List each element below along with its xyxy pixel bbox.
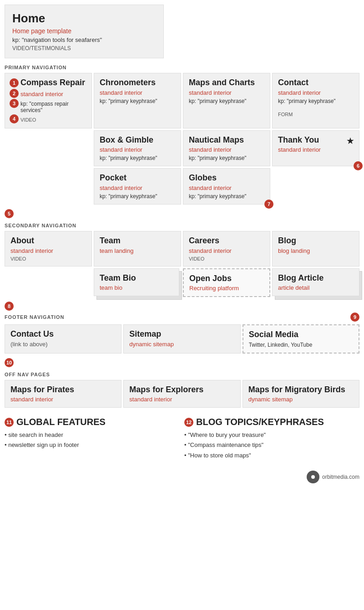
social-subtitle: Twitter, Linkedin, YouTube <box>249 342 353 348</box>
team-bio-title: Team Bio <box>100 273 173 283</box>
box-gimble-title: Box & Gimble <box>100 135 175 145</box>
home-template: Home page template <box>12 27 156 35</box>
box-gimble-kp: kp: "primary keyphrase" <box>100 155 175 161</box>
contact-card: Contact standard interior kp: "primary k… <box>272 73 359 128</box>
team-bio-card: Team Bio team bio <box>94 268 179 297</box>
maps-explorers-card: Maps for Explorers standard interior <box>123 380 240 408</box>
offnav-grid: Maps for Pirates standard interior Maps … <box>5 380 359 408</box>
blog-article-card: Blog Article article detail <box>272 268 359 297</box>
thankyou-subtitle: standard interior <box>278 146 354 153</box>
global-blog-grid: 11 GLOBAL FEATURES • site search in head… <box>5 414 359 463</box>
secondary-nav-section: 5 <box>5 209 359 218</box>
blog-title: Blog <box>278 236 354 246</box>
globes-title: Globes <box>189 173 264 183</box>
footer-nav-header: FOOTER NAVIGATION 9 <box>5 313 359 324</box>
chrono-kp: kp: "primary keyphrase" <box>100 98 175 104</box>
footer-nav-grid: Contact Us (link to above) Sitemap dynam… <box>5 324 359 354</box>
star-icon: ★ <box>346 135 354 146</box>
contact-kp: kp: "primary keyphrase" <box>278 98 354 104</box>
global-col: 11 GLOBAL FEATURES • site search in head… <box>5 414 180 463</box>
compass-meta: VIDEO <box>20 117 36 123</box>
global-list: • site search in header • newsletter sig… <box>5 430 180 450</box>
blog-col: 12 BLOG TOPICS/KEYPHRASES • "Where to bu… <box>184 414 359 463</box>
birds-title: Maps for Migratory Birds <box>248 385 354 395</box>
open-jobs-card: Open Jobs Recruiting platform <box>183 268 270 297</box>
about-card: About standard interior VIDEO <box>5 231 92 267</box>
sitemap-subtitle: dynamic sitemap <box>129 341 234 348</box>
badge-6: 6 <box>354 161 363 170</box>
badge-9: 9 <box>350 313 359 322</box>
maps-charts-subtitle: standard interior <box>189 89 264 96</box>
secondary-nav-row2: Team Bio team bio Open Jobs Recruiting p… <box>5 268 359 297</box>
pocket-kp: kp: "primary keyphrase" <box>100 193 175 200</box>
maps-birds-card: Maps for Migratory Birds dynamic sitemap <box>243 380 359 408</box>
globes-card: Globes standard interior kp: "primary ke… <box>183 168 270 205</box>
chrono-title: Chronometers <box>100 78 175 88</box>
globes-kp: kp: "primary keyphrase" <box>189 193 264 200</box>
careers-subtitle: standard interior <box>189 247 264 254</box>
sitemap-card: Sitemap dynamic sitemap <box>123 324 240 354</box>
home-meta: VIDEO/TESTIMONIALS <box>12 45 156 51</box>
badge-10: 10 <box>5 358 14 367</box>
footer-nav-label: FOOTER NAVIGATION <box>5 314 64 320</box>
blog-article-wrapper: Blog Article article detail <box>272 268 359 297</box>
primary-nav-row3: Pocket standard interior kp: "primary ke… <box>5 168 359 205</box>
maps-charts-kp: kp: "primary keyphrase" <box>189 98 264 104</box>
team-subtitle: team landing <box>100 247 175 254</box>
orbitmedia-label: orbitmedia.com <box>322 474 359 480</box>
nautical-subtitle: standard interior <box>189 146 264 153</box>
explorers-subtitle: standard interior <box>129 396 234 403</box>
careers-title: Careers <box>189 236 264 246</box>
social-title: Social Media <box>249 330 353 340</box>
nautical-maps-card: Nautical Maps standard interior kp: "pri… <box>183 130 270 167</box>
secondary-nav-row1: About standard interior VIDEO Team team … <box>5 231 359 267</box>
blog-topics-title: 12 BLOG TOPICS/KEYPHRASES <box>184 417 359 427</box>
global-title: 11 GLOBAL FEATURES <box>5 417 180 427</box>
open-jobs-title: Open Jobs <box>189 274 264 284</box>
pocket-card: Pocket standard interior kp: "primary ke… <box>94 168 181 205</box>
compass-repair-card: 1 Compass Repair 2 standard interior 3 k… <box>5 73 92 128</box>
contact-form: FORM <box>278 112 354 117</box>
social-media-card: Social Media Twitter, Linkedin, YouTube <box>243 324 359 354</box>
contact-us-title: Contact Us <box>10 329 116 339</box>
thank-you-card: ★ Thank You standard interior 6 <box>272 130 359 167</box>
team-bio-subtitle: team bio <box>100 284 173 291</box>
badge-5: 5 <box>5 209 14 218</box>
box-gimble-card: Box & Gimble standard interior kp: "prim… <box>94 130 181 167</box>
offnav-label: OFF NAV PAGES <box>5 372 359 377</box>
primary-nav-row2: Box & Gimble standard interior kp: "prim… <box>5 130 359 167</box>
blog-list: • "Where to bury your treasure" • "Compa… <box>184 430 359 460</box>
footer-nav-section: 8 <box>5 302 359 311</box>
secondary-nav-label: SECONDARY NAVIGATION <box>5 223 359 228</box>
maps-pirates-card: Maps for Pirates standard interior <box>5 380 121 408</box>
badge-7: 7 <box>264 200 273 209</box>
pocket-subtitle: standard interior <box>100 185 175 191</box>
contact-subtitle: standard interior <box>278 89 354 96</box>
blog-subtitle: blog landing <box>278 247 354 254</box>
offnav-section: 10 <box>5 358 359 367</box>
pirates-title: Maps for Pirates <box>10 385 116 395</box>
maps-charts-title: Maps and Charts <box>189 78 264 88</box>
blog-card: Blog blog landing <box>272 231 359 267</box>
pocket-title: Pocket <box>100 173 175 183</box>
badge-4: 4 <box>10 114 19 123</box>
contact-title: Contact <box>278 78 354 88</box>
blog-item-2: • "Compass maintenance tips" <box>184 440 359 450</box>
chronometers-card: Chronometers standard interior kp: "prim… <box>94 73 181 128</box>
compass-subtitle: standard interior <box>20 91 63 97</box>
orbitmedia-footer: orbitmedia.com <box>5 471 359 483</box>
birds-subtitle: dynamic sitemap <box>248 396 354 403</box>
team-title: Team <box>100 236 175 246</box>
badge-2: 2 <box>10 89 19 98</box>
orbit-dot <box>311 475 315 479</box>
pirates-subtitle: standard interior <box>10 396 116 403</box>
blog-article-title: Blog Article <box>278 273 354 283</box>
chrono-subtitle: standard interior <box>100 89 175 96</box>
maps-charts-card: Maps and Charts standard interior kp: "p… <box>183 73 270 128</box>
nautical-title: Nautical Maps <box>189 135 264 145</box>
blog-item-3: • "How to store old maps" <box>184 451 359 461</box>
box-gimble-subtitle: standard interior <box>100 146 175 153</box>
nautical-kp: kp: "primary keyphrase" <box>189 155 264 161</box>
primary-nav-label: PRIMARY NAVIGATION <box>5 65 359 70</box>
contact-us-subtitle: (link to above) <box>10 341 116 348</box>
